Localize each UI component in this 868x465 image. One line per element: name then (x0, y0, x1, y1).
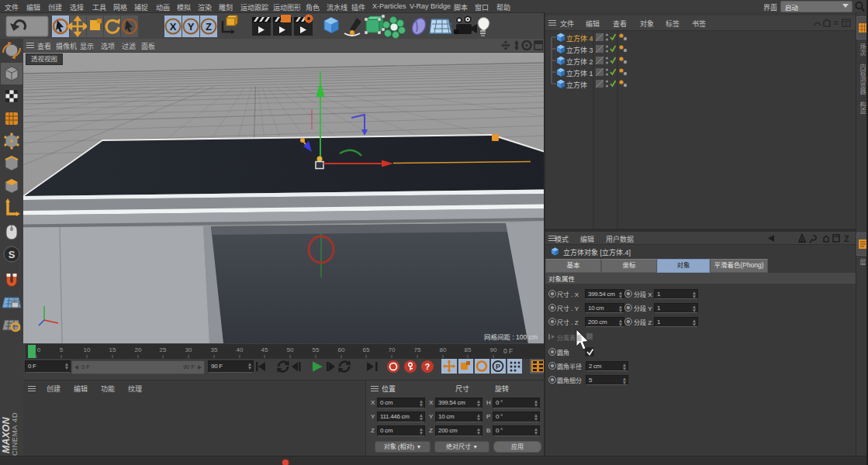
svg-text:65: 65 (363, 346, 370, 353)
svg-text:25: 25 (160, 346, 167, 353)
svg-text:20: 20 (135, 346, 142, 353)
svg-text:60: 60 (338, 346, 345, 353)
svg-text:0 F: 0 F (503, 347, 513, 355)
svg-text:S: S (9, 249, 16, 260)
svg-text:P: P (496, 363, 500, 370)
svg-text:Z: Z (844, 234, 849, 243)
svg-text:85: 85 (465, 346, 472, 353)
svg-text:Z: Z (206, 21, 212, 33)
svg-text:75: 75 (414, 346, 421, 353)
svg-text:X: X (170, 21, 177, 33)
svg-text:0: 0 (37, 346, 41, 353)
svg-text:Y: Y (188, 21, 195, 33)
svg-text:30: 30 (185, 346, 192, 353)
svg-text:55: 55 (313, 346, 320, 353)
svg-text:70: 70 (389, 346, 396, 353)
svg-text:35: 35 (211, 346, 218, 353)
svg-text:?: ? (425, 362, 430, 371)
svg-text:网格间距 : 100 cm: 网格间距 : 100 cm (484, 333, 538, 341)
svg-text:10: 10 (84, 346, 91, 353)
svg-text:40: 40 (237, 346, 244, 353)
svg-text:90: 90 (490, 346, 497, 353)
svg-text:5: 5 (60, 346, 64, 353)
svg-text:80: 80 (440, 346, 447, 353)
svg-text:50: 50 (287, 346, 294, 353)
svg-text:15: 15 (109, 346, 116, 353)
svg-text:45: 45 (261, 346, 268, 353)
